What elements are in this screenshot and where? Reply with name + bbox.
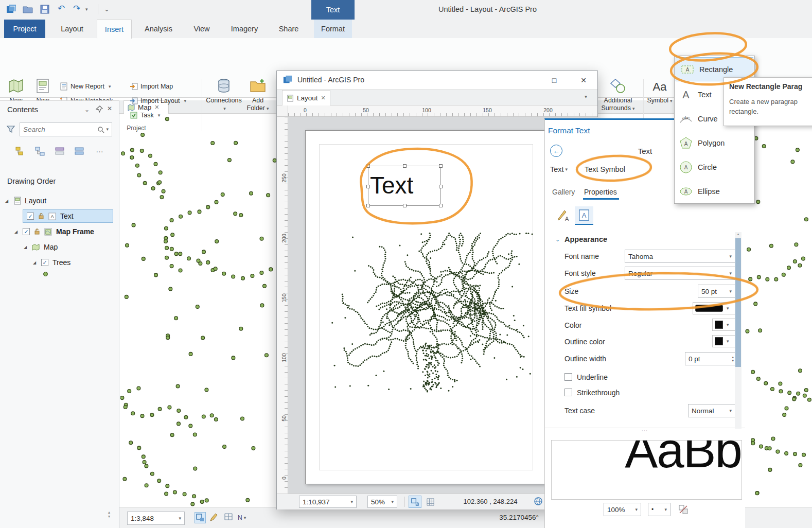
selection-handle[interactable] xyxy=(366,164,370,168)
selection-handle[interactable] xyxy=(403,204,407,207)
tab-project[interactable]: Project xyxy=(4,20,45,38)
tree-item-layout[interactable]: ◢ Layout xyxy=(0,193,119,208)
pane-menu-icon[interactable]: ⌄ xyxy=(84,106,90,113)
search-input[interactable] xyxy=(23,126,97,133)
close-pane-icon[interactable]: ✕ xyxy=(107,105,112,112)
chevron-down-icon[interactable]: ▾ xyxy=(106,127,109,132)
text-element[interactable]: Text xyxy=(368,166,441,206)
selection-handle[interactable] xyxy=(366,185,370,188)
layout-page[interactable]: Text xyxy=(305,130,547,484)
selection-handle[interactable] xyxy=(403,164,407,168)
tab-view[interactable]: View xyxy=(185,20,218,38)
outline-color-swatch-button[interactable]: ▾ xyxy=(712,335,735,347)
contents-scrollbar-arrows[interactable]: ▴ ▾ xyxy=(108,511,110,519)
tree-item-text[interactable]: ✓ A Text xyxy=(0,209,119,223)
save-project-button[interactable] xyxy=(40,5,49,14)
text-case-combo[interactable]: Normal ▾ xyxy=(688,404,735,417)
font-style-combo[interactable]: Regular ▾ xyxy=(625,267,735,280)
toc-view-drawing-order-icon[interactable] xyxy=(15,146,26,156)
maximize-button[interactable]: □ xyxy=(543,71,566,90)
map-north-indicator[interactable]: N▾ xyxy=(238,512,250,523)
appearance-collapse-icon[interactable]: ⌄ xyxy=(555,236,560,243)
connections-button[interactable]: Connections▾ xyxy=(206,78,242,133)
underline-checkbox[interactable] xyxy=(564,373,572,381)
outline-width-spinner[interactable]: 0 pt ▴ ▾ xyxy=(685,352,735,365)
text-symbol-link[interactable]: Text Symbol xyxy=(585,165,625,173)
toc-view-selection-icon[interactable] xyxy=(55,146,65,156)
symbol-formatting-tab[interactable]: A xyxy=(575,206,593,225)
tab-list-dropdown-icon[interactable]: ▾ xyxy=(585,94,587,99)
search-icon[interactable] xyxy=(97,126,104,133)
preview-zoom-combo[interactable]: 100% ▾ xyxy=(604,503,641,516)
selection-handle[interactable] xyxy=(439,204,443,207)
lock-icon[interactable] xyxy=(38,213,44,220)
text-visibility-checkbox[interactable]: ✓ xyxy=(27,213,34,220)
size-combo[interactable]: 50 pt ▾ xyxy=(698,285,735,298)
tree-item-trees[interactable]: ◢ ✓ Trees xyxy=(0,255,119,270)
import-layout-button[interactable]: Import Layout▾ xyxy=(130,95,186,107)
layout-tab-close-icon[interactable]: ✕ xyxy=(321,95,326,101)
tab-imagery[interactable]: Imagery xyxy=(223,20,266,38)
new-report-button[interactable]: New Report▾ xyxy=(60,80,111,93)
font-name-combo[interactable]: Tahoma ▾ xyxy=(625,250,735,263)
tab-layout[interactable]: Layout xyxy=(52,20,92,38)
scroll-up-icon[interactable]: ▴ xyxy=(735,232,742,236)
grid-toggle-button[interactable] xyxy=(424,496,437,508)
task-button[interactable]: Task▾ xyxy=(130,109,160,121)
format-target-dropdown[interactable]: Text ▾ xyxy=(550,165,568,173)
menu-item-circle[interactable]: A Circle xyxy=(675,155,754,179)
expander-icon[interactable]: ◢ xyxy=(33,260,39,265)
selection-handle[interactable] xyxy=(439,164,443,168)
pane-splitter[interactable]: ••• xyxy=(545,428,745,432)
import-map-button[interactable]: Import Map xyxy=(130,80,173,93)
tree-item-map[interactable]: ◢ Map xyxy=(0,240,119,254)
redo-dropdown-icon[interactable]: ▾ xyxy=(85,7,88,12)
expander-icon[interactable]: ◢ xyxy=(14,230,21,234)
globe-refresh-icon[interactable] xyxy=(533,496,543,506)
menu-item-ellipse[interactable]: A Ellipse xyxy=(675,179,754,203)
text-fill-symbol-swatch[interactable]: ▾ xyxy=(693,302,735,314)
page-navigation-button[interactable] xyxy=(409,496,421,508)
redo-button[interactable]: ↷ xyxy=(73,3,80,14)
close-button[interactable]: ✕ xyxy=(571,71,596,90)
map-frame-content[interactable] xyxy=(330,232,540,395)
filter-icon[interactable] xyxy=(6,125,15,134)
pane-scrollbar[interactable]: ▴ xyxy=(735,232,742,429)
appearance-section-header[interactable]: Appearance xyxy=(564,235,607,243)
layout-zoom-combo[interactable]: 50% ▾ xyxy=(367,496,397,508)
strikethrough-checkbox[interactable] xyxy=(564,389,572,396)
tab-insert[interactable]: Insert xyxy=(97,20,132,39)
scroll-down-icon[interactable]: ▾ xyxy=(108,515,110,519)
spinner-arrows[interactable]: ▴ ▾ xyxy=(732,355,734,362)
tab-gallery[interactable]: Gallery xyxy=(552,188,575,196)
add-folder-button[interactable]: AddFolder▾ xyxy=(244,78,272,133)
tab-format-contextual[interactable]: Format xyxy=(314,20,352,38)
selection-handle[interactable] xyxy=(439,185,443,188)
preview-symbol-combo[interactable]: • ▾ xyxy=(648,503,670,516)
more-options-icon[interactable]: … xyxy=(96,145,104,154)
selection-handle[interactable] xyxy=(366,204,370,207)
spinner-up-icon[interactable]: ▴ xyxy=(732,355,734,359)
tab-properties[interactable]: Properties xyxy=(584,188,617,196)
trees-visibility-checkbox[interactable]: ✓ xyxy=(41,259,48,266)
expander-icon[interactable]: ◢ xyxy=(5,199,11,203)
undo-button[interactable]: ↶ xyxy=(58,3,65,14)
map-grid-button[interactable] xyxy=(223,512,235,523)
customize-qat-icon[interactable]: ⌄ xyxy=(104,5,110,13)
toc-view-editing-icon[interactable] xyxy=(74,146,84,156)
layout-window-titlebar[interactable]: Untitled - ArcGIS Pro □ ✕ xyxy=(277,71,597,90)
expander-icon[interactable]: ◢ xyxy=(24,245,30,250)
spinner-down-icon[interactable]: ▾ xyxy=(732,359,734,362)
tree-item-map-frame[interactable]: ◢ ✓ Map Frame xyxy=(0,224,119,239)
menu-item-polygon[interactable]: A Polygon xyxy=(675,131,754,155)
map-frame-visibility-checkbox[interactable]: ✓ xyxy=(23,228,30,235)
scrollbar-thumb[interactable] xyxy=(735,238,741,367)
map-snap-button[interactable] xyxy=(195,512,206,523)
pin-icon[interactable] xyxy=(96,105,103,113)
layout-scale-combo[interactable]: 1:10,937 ▾ xyxy=(299,496,357,508)
tab-analysis[interactable]: Analysis xyxy=(137,20,180,38)
lock-icon[interactable] xyxy=(34,228,40,235)
map-edit-button[interactable] xyxy=(209,512,220,523)
map-scale-combo[interactable]: 1:3,848 ▾ xyxy=(127,512,185,525)
layout-view-tab[interactable]: Layout ✕ xyxy=(282,90,330,105)
